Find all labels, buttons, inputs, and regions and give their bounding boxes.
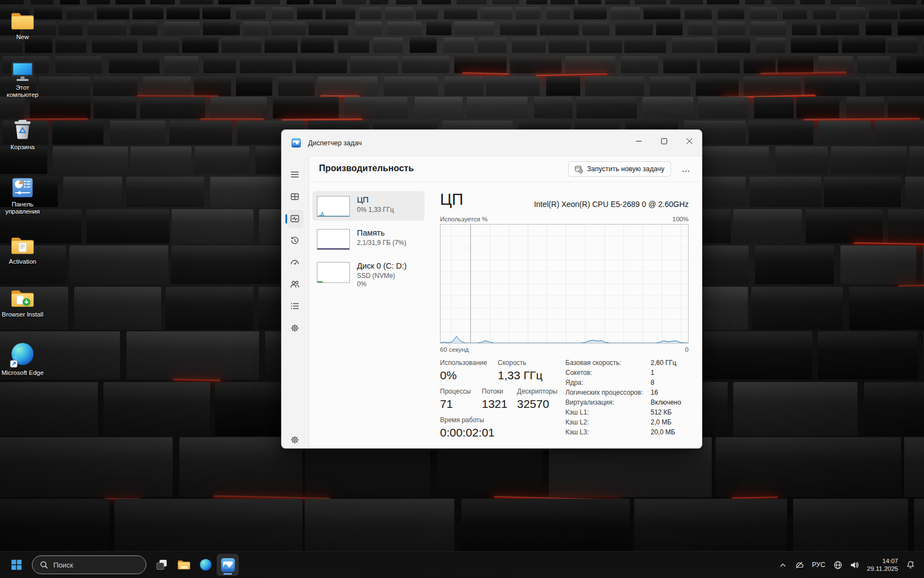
- wallpaper-block: [813, 7, 836, 19]
- more-options-button[interactable]: …: [678, 161, 694, 177]
- nav-app-history-icon[interactable]: [290, 236, 300, 246]
- file-explorer-button[interactable]: [173, 554, 195, 576]
- desktop-icon-label: New: [16, 34, 29, 41]
- onedrive-button[interactable]: [791, 555, 807, 575]
- wallpaper-block: [749, 121, 813, 145]
- window-title: Диспетчер задач: [308, 139, 362, 147]
- nav-details-icon[interactable]: [290, 301, 300, 311]
- wallpaper-block: [342, 0, 366, 4]
- settings-gear-icon[interactable]: [290, 435, 300, 445]
- edge-button[interactable]: [195, 554, 217, 576]
- desktop-icon-activation[interactable]: Activation: [1, 235, 44, 265]
- wallpaper-block: [805, 77, 860, 96]
- taskbar: Поиск РУС 14:0729.11.2025 z: [0, 551, 924, 578]
- nav-performance-icon[interactable]: [290, 214, 300, 223]
- wallpaper-block: [92, 37, 138, 53]
- wallpaper-block: [87, 21, 127, 35]
- sidebar-item-memory[interactable]: Память 2,1/31,9 ГБ (7%): [312, 224, 425, 254]
- minimize-button[interactable]: [626, 130, 651, 152]
- desktop-icon-this-pc[interactable]: Этот компьютер: [1, 61, 44, 99]
- close-button[interactable]: [676, 130, 702, 152]
- stat-label-processes: Процессы: [440, 388, 471, 395]
- detail-value: 1: [651, 369, 654, 377]
- wallpaper-block: [127, 331, 259, 379]
- volume-button[interactable]: [846, 555, 862, 575]
- start-button[interactable]: [6, 554, 28, 576]
- stat-label-usage: Использование: [440, 359, 487, 367]
- wallpaper-block: [202, 7, 230, 19]
- wallpaper-block: [297, 7, 322, 19]
- sidebar-item-disk0[interactable]: Диск 0 (C: D:) SSD (NVMe)0%: [312, 257, 425, 291]
- wallpaper-block: [605, 0, 630, 4]
- nav-processes-icon[interactable]: [290, 192, 300, 201]
- task-view-button[interactable]: [151, 554, 173, 576]
- detail-label: Кэш L2:: [565, 418, 648, 426]
- wallpaper-block: [534, 97, 573, 118]
- wallpaper-block: [171, 246, 280, 284]
- wallpaper-block: [549, 37, 586, 53]
- graph-label-usage: Используется %: [440, 216, 487, 222]
- desktop-icon-label: Панель управления: [1, 201, 44, 215]
- desktop-icon-recycle-bin[interactable]: Корзина: [1, 119, 44, 151]
- stat-value-handles: 32570: [517, 397, 549, 411]
- nav-startup-apps-icon[interactable]: [290, 257, 300, 267]
- sidebar-item-subtitle: 2,1/31,9 ГБ (7%): [357, 239, 406, 247]
- wallpaper-block: [314, 0, 336, 4]
- wallpaper-block: [63, 177, 122, 207]
- wallpaper-block: [38, 77, 90, 96]
- wallpaper-block: [806, 209, 883, 243]
- detail-label: Кэш L1:: [565, 408, 648, 416]
- task-manager-icon: [221, 558, 235, 572]
- recycle-bin-icon: [10, 119, 35, 142]
- folder-download-icon: [10, 287, 35, 309]
- wallpaper-block: [127, 177, 204, 207]
- desktop-icon-browser-install[interactable]: Browser Install: [1, 287, 44, 318]
- wallpaper-block: [824, 177, 901, 207]
- wallpaper-block: [210, 177, 282, 207]
- wallpaper-block: [93, 77, 138, 96]
- sidebar-item-cpu[interactable]: ЦП 0% 1,33 ГГц: [312, 191, 425, 221]
- wallpaper-block: [672, 37, 714, 53]
- wallpaper-block: [663, 56, 697, 73]
- maximize-button[interactable]: [651, 130, 676, 152]
- stat-label-handles: Дескрипторы: [517, 388, 557, 395]
- wallpaper-block: [756, 37, 785, 53]
- wallpaper-block: [500, 21, 537, 35]
- desktop-icon-edge[interactable]: Microsoft Edge: [1, 342, 44, 377]
- language-indicator[interactable]: РУС: [808, 555, 829, 575]
- page-title: Производительность: [319, 163, 414, 173]
- tray-chevron-button[interactable]: [775, 555, 790, 575]
- stat-label-speed: Скорость: [498, 359, 526, 367]
- wallpaper-red-light: [462, 72, 509, 76]
- wallpaper-block: [387, 21, 421, 35]
- notifications-button[interactable]: z: [903, 555, 919, 575]
- taskbar-clock[interactable]: 14:0729.11.2025: [863, 555, 902, 575]
- taskbar-search[interactable]: Поиск: [32, 555, 146, 574]
- wallpaper-block: [685, 7, 712, 19]
- nav-users-icon[interactable]: [290, 279, 300, 289]
- desktop-icon-control-panel[interactable]: Панель управления: [1, 176, 44, 215]
- run-new-task-button[interactable]: Запустить новую задачу: [568, 161, 671, 177]
- menu-hamburger-icon[interactable]: [290, 170, 300, 179]
- wallpaper-block: [478, 37, 507, 53]
- sidebar-item-subtitle: SSD (NVMe)0%: [357, 272, 395, 288]
- detail-value: 2,0 МБ: [651, 418, 672, 426]
- task-manager-button[interactable]: [217, 554, 239, 576]
- wallpaper-block: [888, 209, 924, 243]
- title-bar[interactable]: Диспетчер задач: [282, 130, 702, 156]
- wallpaper-block: [486, 77, 540, 96]
- wallpaper-block: [670, 0, 703, 4]
- wallpaper-block: [133, 7, 163, 19]
- wallpaper-block: [796, 97, 839, 118]
- wallpaper-block: [265, 37, 298, 53]
- desktop-icon-new[interactable]: New: [1, 10, 44, 41]
- network-button[interactable]: [830, 555, 845, 575]
- wallpaper-block: [457, 0, 487, 4]
- wallpaper-block: [236, 77, 272, 96]
- wallpaper-block: [272, 7, 294, 19]
- wallpaper-block: [783, 7, 807, 19]
- wallpaper-block: [109, 56, 160, 73]
- wallpaper-block: [271, 21, 306, 35]
- cpu-mini-chart: [317, 196, 350, 217]
- nav-services-icon[interactable]: [290, 323, 300, 333]
